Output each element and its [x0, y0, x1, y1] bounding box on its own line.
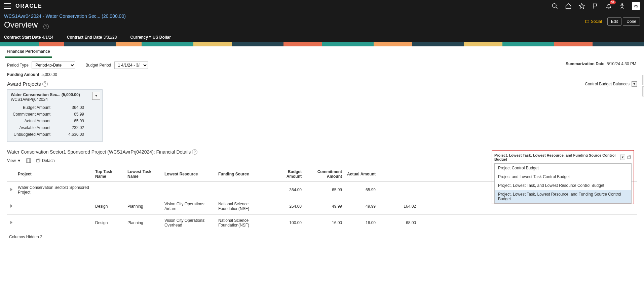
contract-start-label: Contract Start Date	[4, 35, 41, 40]
page-title: Overview	[4, 20, 38, 30]
col-funding-source[interactable]: Funding Source	[216, 167, 270, 182]
help-icon[interactable]: ?	[42, 81, 48, 87]
award-breadcrumb-link[interactable]: WCS1Awr042024 - Water Conservation Sec..…	[4, 13, 126, 19]
search-icon[interactable]	[551, 2, 559, 10]
help-icon[interactable]: ?	[43, 24, 49, 29]
svg-point-2	[621, 4, 622, 5]
contract-end-value: 3/31/28	[103, 35, 117, 40]
summarization-date-value: 5/10/24 4:30 PM	[607, 61, 636, 66]
budget-amount-value: 364.00	[56, 105, 99, 110]
budget-period-select[interactable]: 1 4/1/24 - 3/31/25	[114, 61, 148, 69]
dropdown-option[interactable]: Project and Lowest Task Control Budget	[495, 172, 631, 181]
control-budget-balances-link[interactable]: Control Budget Balances	[585, 82, 630, 86]
project-card-title: Water Conservation Sec... (5,000.00)	[11, 92, 99, 97]
financial-details-heading: Water Conservation Sector1 Sponsored Pro…	[7, 149, 191, 155]
summarization-date-label: Summarization Date	[566, 61, 604, 66]
tab-financial-performance[interactable]: Financial Performance	[5, 46, 52, 58]
control-budget-dropdown[interactable]: Project Control Budget Project and Lowes…	[494, 163, 632, 204]
dropdown-option-selected[interactable]: Project, Lowest Task, Lowest Resource, a…	[495, 190, 631, 203]
project-card-id: WCS1AwrPrj042024	[11, 97, 99, 102]
svg-point-0	[553, 4, 557, 8]
table-row[interactable]: Design Planning Vision City Operations: …	[7, 215, 637, 231]
currency-label: Currency = US Dollar	[130, 35, 171, 40]
control-budget-dropdown-icon[interactable]: ▼	[632, 81, 637, 87]
svg-rect-4	[628, 156, 630, 159]
col-top-task[interactable]: Top Task Name	[93, 167, 125, 182]
hamburger-menu-icon[interactable]	[4, 3, 11, 9]
oracle-logo: ORACLE	[15, 3, 42, 9]
funding-amount-value: 5,000.00	[41, 72, 57, 77]
col-project[interactable]: Project	[16, 167, 93, 182]
svg-line-1	[556, 7, 558, 9]
view-menu-button[interactable]: View ▼	[7, 158, 21, 163]
expand-icon[interactable]	[10, 188, 12, 191]
project-card[interactable]: ▼ Water Conservation Sec... (5,000.00) W…	[7, 89, 103, 142]
col-commitment[interactable]: Commitment Amount	[304, 167, 344, 182]
dropdown-option[interactable]: Project Control Budget	[495, 164, 631, 172]
actual-amount-value: 65.99	[56, 119, 99, 123]
col-budget[interactable]: Budget Amount	[270, 167, 304, 182]
contract-end-label: Contract End Date	[67, 35, 102, 40]
decorative-banner	[0, 42, 644, 46]
edit-button[interactable]: Edit	[607, 17, 622, 26]
commitment-amount-value: 65.99	[56, 112, 99, 117]
control-budget-select-caret-icon[interactable]: ▼	[620, 155, 625, 160]
columns-hidden-label: Columns Hidden 2	[7, 231, 637, 243]
flag-icon[interactable]	[592, 2, 599, 10]
project-card-dropdown-icon[interactable]: ▼	[92, 92, 100, 100]
expand-icon[interactable]	[10, 221, 12, 224]
period-type-label: Period Type	[7, 63, 29, 68]
budget-amount-label: Budget Amount	[11, 105, 56, 110]
home-icon[interactable]	[565, 2, 572, 10]
available-amount-value: 232.02	[56, 125, 99, 130]
help-icon[interactable]: ?	[192, 149, 197, 155]
bell-icon[interactable]: 52	[605, 2, 612, 10]
detach-icon[interactable]	[627, 155, 632, 160]
available-amount-label: Available Amount	[11, 125, 56, 130]
side-tab-list-icon[interactable]	[642, 75, 644, 85]
side-tab-chart-icon[interactable]	[642, 86, 644, 96]
dropdown-option[interactable]: Project, Lowest Task, and Lowest Resourc…	[495, 181, 631, 190]
svg-rect-5	[27, 159, 31, 163]
col-lowest-resource[interactable]: Lowest Resource	[162, 167, 216, 182]
budget-period-label: Budget Period	[85, 63, 111, 68]
social-label: Social	[591, 19, 602, 24]
unbudgeted-amount-label: Unbudgeted Amount	[11, 132, 56, 137]
col-lowest-task[interactable]: Lowest Task Name	[125, 167, 162, 182]
detach-button[interactable]: Detach	[36, 158, 55, 163]
social-link[interactable]: Social	[585, 19, 602, 24]
period-type-select[interactable]: Period-to-Date	[32, 61, 75, 69]
star-icon[interactable]	[578, 2, 585, 10]
commitment-amount-label: Commitment Amount	[11, 112, 56, 117]
notification-badge: 52	[610, 0, 616, 4]
contract-start-value: 4/1/24	[42, 35, 53, 40]
funding-amount-label: Funding Amount	[7, 72, 39, 77]
svg-rect-3	[585, 20, 589, 23]
col-actual[interactable]: Actual Amount	[344, 167, 378, 182]
unbudgeted-amount-value: 4,636.00	[56, 132, 99, 137]
accessibility-icon[interactable]	[618, 2, 626, 10]
expand-icon[interactable]	[10, 204, 12, 208]
award-projects-heading: Award Projects	[7, 81, 41, 87]
actual-amount-label: Actual Amount	[11, 119, 56, 123]
detach-label: Detach	[42, 158, 55, 163]
user-avatar[interactable]: PS	[632, 2, 640, 10]
highlight-annotation: Project, Lowest Task, Lowest Resource, a…	[492, 150, 634, 204]
control-budget-select-label: Project, Lowest Task, Lowest Resource, a…	[494, 153, 618, 161]
done-button[interactable]: Done	[623, 17, 640, 26]
svg-rect-8	[36, 160, 39, 162]
freeze-columns-icon[interactable]	[26, 158, 31, 163]
